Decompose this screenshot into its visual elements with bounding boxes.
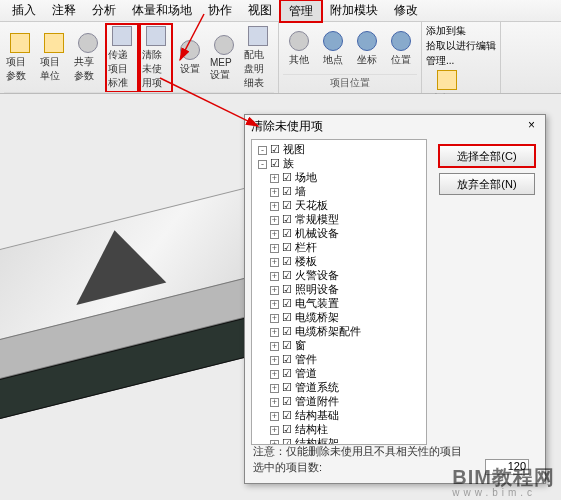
house-icon: [437, 70, 457, 90]
quick-item[interactable]: 拾取以进行编辑: [426, 39, 496, 53]
menu-item[interactable]: 分析: [84, 0, 124, 21]
tree-node-views[interactable]: -☑ 视图: [254, 142, 424, 156]
ribbon-btn-settings[interactable]: 设置: [174, 24, 206, 92]
tree-node[interactable]: +☑ 常规模型: [254, 212, 424, 226]
menu-item[interactable]: 修改: [386, 0, 426, 21]
ribbon-btn-purge-unused[interactable]: 清除未使用项: [140, 24, 172, 92]
ribbon-btn-shared-params[interactable]: 共享参数: [72, 24, 104, 92]
tree-node[interactable]: +☑ 电气装置: [254, 296, 424, 310]
dialog-note: 注意：仅能删除未使用且不具相关性的项目: [253, 444, 462, 459]
ribbon-btn-site[interactable]: 地点: [317, 24, 349, 74]
ribbon-btn-coords[interactable]: 坐标: [351, 24, 383, 74]
tree-node[interactable]: +☑ 管道: [254, 366, 424, 380]
tree-node[interactable]: +☑ 天花板: [254, 198, 424, 212]
menu-item[interactable]: 协作: [200, 0, 240, 21]
ribbon-group-settings: 项目参数 项目单位 共享参数 传递项目标准 清除未使用项 设置 MEP设置 配电…: [0, 22, 279, 93]
menu-item[interactable]: 视图: [240, 0, 280, 21]
selected-count-label: 选中的项目数:: [253, 460, 322, 475]
tree-node-families[interactable]: -☑ 族: [254, 156, 424, 170]
deselect-all-button[interactable]: 放弃全部(N): [439, 173, 535, 195]
tree-node[interactable]: +☑ 照明设备: [254, 282, 424, 296]
ribbon-btn-position[interactable]: 位置: [385, 24, 417, 74]
doc-icon: [146, 26, 166, 46]
tree-node[interactable]: +☑ 机械设备: [254, 226, 424, 240]
ribbon-btn-other[interactable]: 其他: [283, 24, 315, 74]
tree-node[interactable]: +☑ 电缆桥架配件: [254, 324, 424, 338]
tree-node[interactable]: +☑ 管道附件: [254, 394, 424, 408]
ribbon-btn-project-units[interactable]: 项目单位: [38, 24, 70, 92]
gear-icon: [289, 31, 309, 51]
house-icon: [10, 33, 30, 53]
tree-node[interactable]: +☑ 管件: [254, 352, 424, 366]
quick-item[interactable]: 添加到集: [426, 24, 496, 38]
close-icon[interactable]: ×: [524, 118, 539, 135]
ribbon-btn-mep-settings[interactable]: MEP设置: [208, 24, 240, 92]
ribbon-group-location: 其他 地点 坐标 位置 项目位置: [279, 22, 422, 93]
ribbon-btn-transfer-standards[interactable]: 传递项目标准: [106, 24, 138, 92]
globe-icon: [357, 31, 377, 51]
menu-item-manage[interactable]: 管理: [280, 0, 322, 22]
menu-item[interactable]: 体量和场地: [124, 0, 200, 21]
tree-node[interactable]: +☑ 结构柱: [254, 422, 424, 436]
ribbon-btn-project-params[interactable]: 项目参数: [4, 24, 36, 92]
dialog-tree[interactable]: -☑ 视图 -☑ 族 +☑ 场地+☑ 墙+☑ 天花板+☑ 常规模型+☑ 机械设备…: [251, 139, 427, 445]
tree-node[interactable]: +☑ 电缆桥架: [254, 310, 424, 324]
tree-node[interactable]: +☑ 窗: [254, 338, 424, 352]
menu-item[interactable]: 注释: [44, 0, 84, 21]
tree-node[interactable]: +☑ 楼板: [254, 254, 424, 268]
tree-node[interactable]: +☑ 管道系统: [254, 380, 424, 394]
menu-item[interactable]: 附加模块: [322, 0, 386, 21]
ribbon-group-design-options: 添加到集 拾取以进行编辑 管理... 主模型 设计选项: [422, 22, 501, 93]
menu-bar: 插入 注释 分析 体量和场地 协作 视图 管理 附加模块 修改: [0, 0, 561, 22]
watermark: BIM教程网 www.bim.c: [452, 464, 555, 498]
tree-node[interactable]: +☑ 结构基础: [254, 408, 424, 422]
globe-icon: [323, 31, 343, 51]
tree-node[interactable]: +☑ 火警设备: [254, 268, 424, 282]
gear-icon: [78, 33, 98, 53]
globe-icon: [391, 31, 411, 51]
ribbon-btn-panel-schedule[interactable]: 配电盘明细表: [242, 24, 274, 92]
gear-icon: [180, 40, 200, 60]
gear-icon: [214, 35, 234, 55]
menu-item[interactable]: 插入: [4, 0, 44, 21]
doc-icon: [112, 26, 132, 46]
tree-node[interactable]: +☑ 墙: [254, 184, 424, 198]
quick-item[interactable]: 管理...: [426, 54, 496, 68]
ribbon-group-label: 项目位置: [283, 74, 417, 91]
purge-unused-dialog: 清除未使用项 × -☑ 视图 -☑ 族 +☑ 场地+☑ 墙+☑ 天花板+☑ 常规…: [244, 114, 546, 484]
dialog-titlebar[interactable]: 清除未使用项 ×: [245, 115, 545, 138]
dialog-title: 清除未使用项: [251, 118, 323, 135]
doc-icon: [248, 26, 268, 46]
house-icon: [44, 33, 64, 53]
tree-node[interactable]: +☑ 栏杆: [254, 240, 424, 254]
tree-node[interactable]: +☑ 场地: [254, 170, 424, 184]
ribbon: 项目参数 项目单位 共享参数 传递项目标准 清除未使用项 设置 MEP设置 配电…: [0, 22, 561, 94]
select-all-button[interactable]: 选择全部(C): [439, 145, 535, 167]
